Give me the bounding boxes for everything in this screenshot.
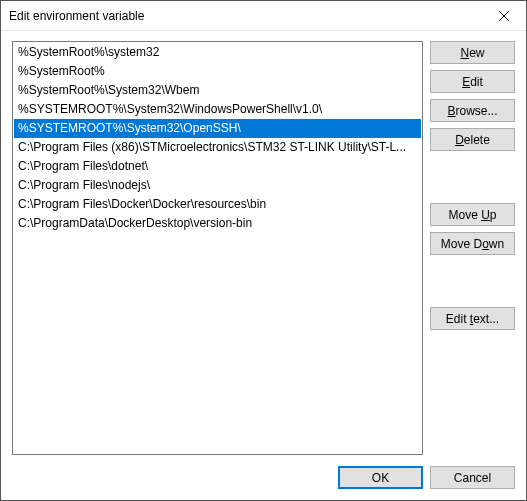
list-item[interactable]: %SystemRoot%\System32\Wbem <box>14 81 421 100</box>
cancel-button[interactable]: Cancel <box>430 466 515 489</box>
edit-button[interactable]: Edit <box>430 70 515 93</box>
dialog-content: %SystemRoot%\system32%SystemRoot%%System… <box>1 31 526 500</box>
window-title: Edit environment variable <box>9 9 481 23</box>
list-item[interactable]: %SYSTEMROOT%\System32\OpenSSH\ <box>14 119 421 138</box>
close-icon <box>499 11 509 21</box>
spacer <box>430 157 515 197</box>
dialog-footer: OK Cancel <box>12 455 515 489</box>
list-item[interactable]: C:\Program Files (x86)\STMicroelectronic… <box>14 138 421 157</box>
sidebar-buttons: New Edit Browse... Delete Move Up Move D… <box>430 41 515 455</box>
browse-button[interactable]: Browse... <box>430 99 515 122</box>
close-button[interactable] <box>481 1 526 30</box>
spacer <box>430 261 515 301</box>
list-item[interactable]: %SYSTEMROOT%\System32\WindowsPowerShell\… <box>14 100 421 119</box>
list-item[interactable]: %SystemRoot%\system32 <box>14 43 421 62</box>
move-up-button[interactable]: Move Up <box>430 203 515 226</box>
list-item[interactable]: C:\Program Files\nodejs\ <box>14 176 421 195</box>
delete-button[interactable]: Delete <box>430 128 515 151</box>
list-item[interactable]: %SystemRoot% <box>14 62 421 81</box>
path-list: %SystemRoot%\system32%SystemRoot%%System… <box>14 43 421 453</box>
ok-button[interactable]: OK <box>338 466 423 489</box>
list-item[interactable]: C:\ProgramData\DockerDesktop\version-bin <box>14 214 421 233</box>
main-row: %SystemRoot%\system32%SystemRoot%%System… <box>12 41 515 455</box>
list-item[interactable]: C:\Program Files\Docker\Docker\resources… <box>14 195 421 214</box>
dialog-window: Edit environment variable %SystemRoot%\s… <box>0 0 527 501</box>
titlebar: Edit environment variable <box>1 1 526 31</box>
new-button[interactable]: New <box>430 41 515 64</box>
path-listbox[interactable]: %SystemRoot%\system32%SystemRoot%%System… <box>12 41 423 455</box>
edit-text-button[interactable]: Edit text... <box>430 307 515 330</box>
list-item[interactable]: C:\Program Files\dotnet\ <box>14 157 421 176</box>
move-down-button[interactable]: Move Down <box>430 232 515 255</box>
